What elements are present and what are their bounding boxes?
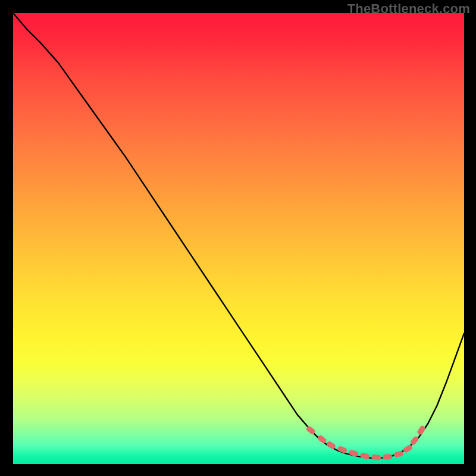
bottleneck-curve: [13, 13, 464, 458]
marker-dot: [371, 454, 381, 461]
marker-dot: [359, 452, 370, 459]
curve-svg: [13, 13, 464, 464]
marker-dot: [416, 425, 426, 436]
watermark-text: TheBottleneck.com: [347, 1, 470, 17]
marker-dot: [383, 454, 392, 460]
chart-stage: TheBottleneck.com: [0, 0, 476, 476]
marker-dot: [317, 434, 327, 444]
plot-area: [13, 13, 464, 464]
highlight-dots: [305, 425, 426, 461]
